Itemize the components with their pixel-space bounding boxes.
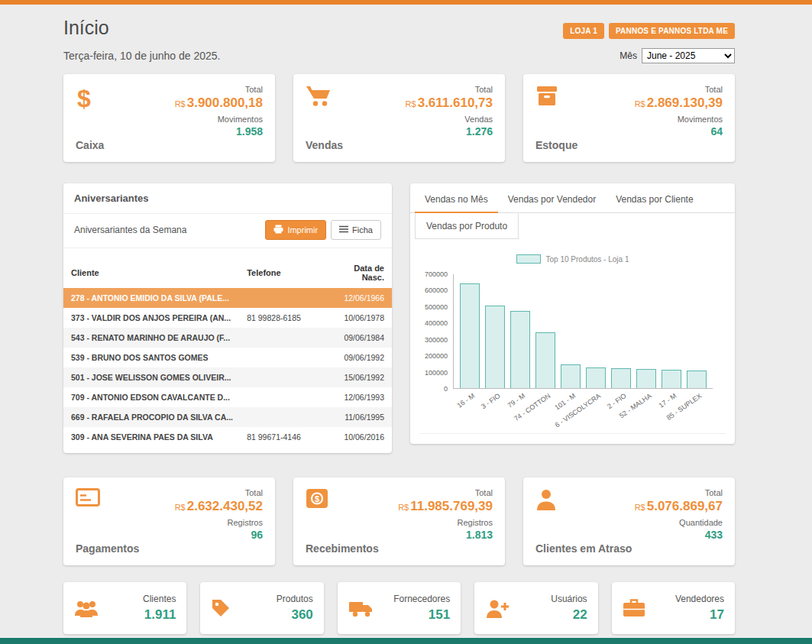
- bar-group: 3 - FIO: [485, 306, 505, 388]
- column-header-telefone: Telefone: [241, 257, 326, 288]
- bar: [561, 364, 581, 388]
- bar-group: 74 - COTTON: [535, 332, 555, 388]
- phone-cell: [241, 328, 326, 348]
- stat-card-vendas: Vendas Total R$3.611.610,73 Vendas 1.276: [293, 74, 505, 162]
- bar-group: 52 - MALHA: [636, 369, 656, 388]
- tab-vendas-por-cliente[interactable]: Vendas por Cliente: [606, 186, 703, 212]
- dashboard-page: Início LOJA 1 PANNOS E PANNOS LTDA ME Te…: [0, 0, 812, 644]
- client-cell: 501 - JOSE WELISSON GOMES OLIVEIR...: [63, 367, 241, 387]
- count-label: Vendas: [406, 115, 493, 124]
- stat-card-title: Clientes em Atraso: [535, 542, 632, 555]
- stat-card-estoque: Estoque Total R$2.869.130,39 Movimentos …: [523, 74, 735, 162]
- chart-y-axis: 7000006000005000004000003000002000001000…: [415, 274, 453, 389]
- bar: [636, 369, 656, 388]
- month-select[interactable]: June - 2025: [642, 48, 735, 63]
- people-icon: [74, 599, 103, 617]
- total-amount: R$2.869.130,39: [635, 95, 723, 111]
- mini-card-clientes: Clientes 1.911: [63, 582, 186, 634]
- y-tick-label: 100000: [425, 369, 448, 377]
- count-value: 1.958: [175, 125, 263, 138]
- birthdate-cell: 09/06/1984: [326, 328, 392, 348]
- mini-card-usuarios: Usuários 22: [474, 582, 597, 634]
- table-row[interactable]: 709 - ANTONIO EDSON CAVALCANTE D...12/06…: [63, 387, 392, 407]
- person-icon: [535, 488, 632, 510]
- total-amount: R$11.985.769,39: [398, 499, 493, 514]
- briefcase-icon: [623, 598, 652, 618]
- month-label: Mês: [620, 50, 637, 61]
- bar: [611, 368, 631, 388]
- mini-card-value: 151: [377, 607, 450, 623]
- table-row[interactable]: 539 - BRUNO DOS SANTOS GOMES09/06/1992: [63, 348, 392, 367]
- cart-icon: [306, 85, 343, 107]
- print-button[interactable]: Imprimir: [265, 220, 326, 240]
- total-label: Total: [175, 488, 263, 497]
- stat-card-title: Caixa: [76, 139, 104, 151]
- bottom-stat-cards: Pagamentos Total R$2.632.430,52 Registro…: [63, 477, 735, 565]
- count-value: 1.813: [398, 529, 493, 541]
- y-tick-label: 200000: [425, 352, 448, 360]
- birthdays-title: Aniversariantes: [63, 183, 392, 214]
- table-row[interactable]: 309 - ANA SEVERINA PAES DA SILVA81 99671…: [63, 427, 392, 447]
- svg-text:$: $: [77, 85, 91, 112]
- table-row[interactable]: 669 - RAFAELA PROCOPIO DA SILVA CA...11/…: [63, 407, 392, 427]
- sales-tabs-row2: Vendas por Produto: [410, 213, 735, 239]
- sales-tabs: Vendas no Mês Vendas por Vendedor Vendas…: [410, 183, 735, 213]
- count-value: 433: [635, 529, 723, 541]
- client-cell: 373 - VALDIR DOS ANJOS PEREIRA (AN...: [63, 308, 241, 328]
- client-cell: 543 - RENATO MARINHO DE ARAUJO (F...: [63, 328, 241, 348]
- birthdate-cell: 12/06/1993: [326, 387, 392, 407]
- bar-chart: 7000006000005000004000003000002000001000…: [410, 274, 735, 389]
- header-buttons: LOJA 1 PANNOS E PANNOS LTDA ME: [563, 23, 735, 39]
- stat-card-pagamentos: Pagamentos Total R$2.632.430,52 Registro…: [63, 477, 275, 565]
- bar: [662, 370, 681, 388]
- table-header-row: Cliente Telefone Data de Nasc.: [63, 257, 392, 288]
- stat-card-title: Vendas: [306, 139, 343, 151]
- y-tick-label: 500000: [425, 303, 448, 311]
- stat-card-clientes-em-atraso: Clientes em Atraso Total R$5.076.869,67 …: [523, 477, 735, 565]
- date-row: Terça-feira, 10 de junho de 2025. Mês Ju…: [63, 48, 735, 63]
- phone-cell: [241, 407, 326, 427]
- total-amount: R$2.632.430,52: [175, 499, 263, 514]
- total-amount: R$3.611.610,73: [406, 95, 493, 111]
- mini-card-produtos: Produtos 360: [200, 582, 323, 634]
- print-button-label: Imprimir: [287, 225, 318, 235]
- table-row[interactable]: 501 - JOSE WELISSON GOMES OLIVEIR...15/0…: [63, 367, 392, 387]
- client-cell: 278 - ANTONIO EMIDIO DA SILVA (PALE...: [63, 288, 241, 308]
- count-label: Movimentos: [635, 115, 723, 124]
- count-label: Movimentos: [175, 115, 263, 124]
- tab-vendas-por-produto[interactable]: Vendas por Produto: [415, 213, 519, 239]
- client-cell: 669 - RAFAELA PROCOPIO DA SILVA CA...: [63, 407, 241, 427]
- chart-separator: [419, 433, 726, 444]
- table-row[interactable]: 373 - VALDIR DOS ANJOS PEREIRA (AN...81 …: [63, 308, 392, 328]
- phone-cell: 81 99671-4146: [241, 427, 326, 447]
- store-button[interactable]: LOJA 1: [563, 23, 604, 39]
- bar-group: 79 - M: [510, 311, 530, 388]
- stat-card-title: Estoque: [535, 139, 577, 151]
- ficha-button[interactable]: Ficha: [331, 220, 381, 240]
- header: Início LOJA 1 PANNOS E PANNOS LTDA ME: [63, 17, 735, 39]
- total-label: Total: [398, 488, 493, 497]
- top-stat-cards: $ Caixa Total R$3.900.800,18 Movimentos …: [63, 74, 735, 162]
- chart-bars: 16 - M3 - FIO79 - M74 - COTTON101 - M6 -…: [453, 274, 713, 389]
- mini-card-label: Produtos: [240, 594, 312, 604]
- phone-cell: [241, 348, 326, 367]
- total-label: Total: [635, 85, 723, 94]
- mini-card-value: 1.911: [103, 607, 176, 623]
- table-row[interactable]: 278 - ANTONIO EMIDIO DA SILVA (PALE...12…: [63, 288, 392, 308]
- page-title: Início: [63, 17, 109, 39]
- tab-vendas-por-vendedor[interactable]: Vendas por Vendedor: [498, 186, 606, 212]
- stat-card-title: Recebimentos: [306, 542, 379, 555]
- tab-vendas-no-mes[interactable]: Vendas no Mês: [415, 186, 498, 213]
- month-picker: Mês June - 2025: [620, 48, 735, 63]
- mini-card-fornecedores: Fornecedores 151: [338, 582, 461, 634]
- bar-group: 6 - VISCOLYCRA: [586, 367, 606, 388]
- count-label: Registros: [175, 518, 263, 527]
- y-tick-label: 0: [444, 385, 448, 393]
- column-header-data-nasc: Data de Nasc.: [326, 257, 392, 288]
- middle-row: Aniversariantes Aniversariantes da Seman…: [63, 183, 735, 453]
- bar-group: 101 - M: [561, 364, 581, 388]
- table-row[interactable]: 543 - RENATO MARINHO DE ARAUJO (F...09/0…: [63, 328, 392, 348]
- company-button[interactable]: PANNOS E PANNOS LTDA ME: [609, 23, 735, 39]
- bar-group: 2 - FIO: [611, 368, 631, 388]
- credit-card-icon: [76, 488, 139, 507]
